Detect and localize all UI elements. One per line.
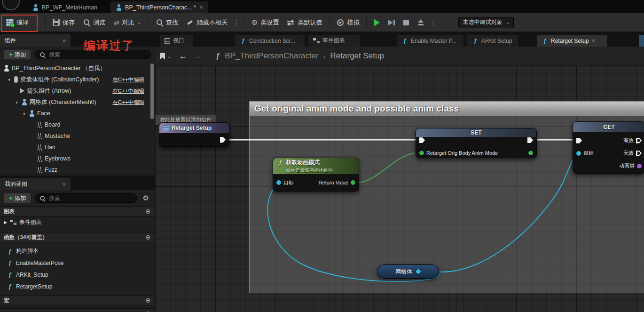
invalid-exec-out-pin[interactable] xyxy=(636,151,642,156)
app-logo-icon xyxy=(2,0,20,10)
tree-row[interactable]: ▾ Face xyxy=(0,108,155,119)
value-in-pin[interactable] xyxy=(419,151,424,155)
tab-event-graph[interactable]: 事件图表 xyxy=(308,35,360,47)
save-button[interactable]: 保存 xyxy=(48,15,79,30)
edit-in-cpp-link[interactable]: 在C++中编辑 xyxy=(112,88,144,95)
section-variables-partial[interactable]: ⊕ xyxy=(0,308,155,312)
compile-button[interactable]: 编译 xyxy=(2,15,33,30)
tree-row[interactable]: Fuzz xyxy=(0,164,155,176)
blueprint-filter-gear-icon[interactable]: ⚙ xyxy=(141,194,151,202)
edit-in-cpp-link[interactable]: 在C++中编辑 xyxy=(112,76,144,83)
class-settings-button[interactable]: ⚙ 类设置 xyxy=(247,15,283,30)
expander-icon[interactable]: ▾ xyxy=(14,100,19,105)
hide-unrelated-button[interactable]: 隐藏不相关 xyxy=(182,15,232,30)
add-component-button[interactable]: + 添加 xyxy=(4,49,31,60)
graph-canvas[interactable]: Get original anim mode and possible anim… xyxy=(155,66,644,312)
tab-enable-master-pose[interactable]: ƒ Enable Master P... xyxy=(397,35,463,47)
exec-out-pin[interactable] xyxy=(527,137,533,143)
close-icon[interactable]: × xyxy=(62,181,66,188)
event-graph-item[interactable]: 事件图表 xyxy=(0,216,155,228)
tree-row[interactable]: ▾ 胶囊体组件 (CollisionCylinder) 在C++中编辑 xyxy=(0,74,155,85)
add-macro-icon[interactable]: ⊕ xyxy=(145,296,151,304)
play-button[interactable] xyxy=(369,15,384,30)
target-pin[interactable] xyxy=(276,180,281,185)
tree-row[interactable]: 箭头组件 (Arrow) 在C++中编辑 xyxy=(0,85,155,96)
bookmark-icon[interactable] xyxy=(160,53,165,60)
tab-construction-script[interactable]: ƒ Construction Scr... xyxy=(235,35,305,47)
expander-icon[interactable]: ▾ xyxy=(22,111,27,116)
tree-row[interactable]: Mustache xyxy=(0,130,155,142)
node-retarget-setup-entry[interactable]: Retarget Setup xyxy=(159,122,229,147)
asset-tab-bp-wf-metahuman[interactable]: BP_WF_MetaHuman xyxy=(27,1,103,13)
tree-row[interactable]: Eyebrows xyxy=(0,153,155,164)
expander-icon[interactable] xyxy=(4,221,7,224)
close-icon[interactable]: × xyxy=(592,37,596,44)
tab-components[interactable]: 组件 × xyxy=(0,34,71,47)
components-scrollbar[interactable] xyxy=(150,64,154,119)
return-value-pin[interactable] xyxy=(351,180,355,185)
components-tabstrip: 组件 × xyxy=(0,32,155,47)
comment-title[interactable]: Get original anim mode and possible anim… xyxy=(250,102,644,116)
tree-row[interactable]: Hair xyxy=(0,142,155,153)
exec-out-pin[interactable] xyxy=(220,137,226,143)
edit-in-cpp-link[interactable]: 在C++中编辑 xyxy=(112,99,144,106)
add-graph-icon[interactable]: ⊕ xyxy=(145,208,151,215)
section-functions[interactable]: 函数（34可覆盖） ⊕ xyxy=(0,232,155,242)
exec-in-pin[interactable] xyxy=(576,138,582,144)
tree-row[interactable]: ▾ 网格体 (CharacterMesh0) 在C++中编辑 xyxy=(0,96,155,108)
tab-retarget-setup[interactable]: ƒ Retarget Setup × xyxy=(537,35,607,47)
compile-options-icon[interactable]: ⋮ xyxy=(33,19,42,26)
exec-in-pin[interactable] xyxy=(419,137,425,143)
mesh-out-pin[interactable] xyxy=(416,269,421,274)
components-search-input[interactable] xyxy=(49,51,147,58)
section-macros[interactable]: 宏 ⊕ xyxy=(0,295,155,305)
asset-tab-label: BP_WF_MetaHuman xyxy=(42,4,97,11)
asset-tab-bp-thirdpersoncharacter[interactable]: BP_ThirdPersonCharac... * × xyxy=(110,1,208,13)
tab-arkit-setup[interactable]: ƒ ARKit Setup xyxy=(467,35,518,47)
function-item-construction-script[interactable]: ƒ 构造脚本 xyxy=(0,245,155,257)
tab-viewport[interactable]: 视口 xyxy=(160,35,193,47)
find-button[interactable]: 查找 xyxy=(152,15,182,30)
valid-exec-out-pin[interactable] xyxy=(636,138,642,144)
simulate-button[interactable]: 模拟 xyxy=(332,15,363,30)
tab-overflow-indicator[interactable] xyxy=(639,35,644,47)
add-variable-icon[interactable]: ⊕ xyxy=(145,310,151,312)
stop-button[interactable] xyxy=(399,15,413,30)
my-blueprint-search-input[interactable] xyxy=(49,195,133,201)
browse-button[interactable]: 浏览 xyxy=(79,15,110,30)
tab-my-blueprint[interactable]: 我的蓝图 × xyxy=(0,178,71,190)
close-icon[interactable]: × xyxy=(62,37,66,44)
tree-row[interactable]: BP_ThirdPersonCharacter （自我） xyxy=(0,63,155,74)
chevron-down-icon: ⌄ xyxy=(505,19,510,25)
frame-skip-button[interactable] xyxy=(384,15,399,30)
eject-button[interactable] xyxy=(413,15,428,30)
add-function-icon[interactable]: ⊕ xyxy=(145,233,151,241)
expander-icon[interactable]: ▾ xyxy=(7,77,12,82)
add-blueprint-item-button[interactable]: + 添加 xyxy=(4,193,31,203)
section-graphs[interactable]: 图表 ⊕ xyxy=(0,206,155,216)
function-item-enablemasterpose[interactable]: ƒ EnableMasterPose xyxy=(0,257,155,269)
value-out-pin[interactable] xyxy=(528,151,533,155)
arrow-component-icon xyxy=(20,88,24,94)
anim-class-pin[interactable] xyxy=(637,164,642,168)
function-item-arkit-setup[interactable]: ƒ ARKit_Setup xyxy=(0,269,155,280)
class-defaults-button[interactable]: 类默认值 xyxy=(283,15,326,30)
node-mesh-variable[interactable]: 网格体 xyxy=(377,264,439,279)
function-item-retargetsetup[interactable]: ƒ RetargetSetup xyxy=(0,280,155,292)
debug-object-dropdown[interactable]: 未选中调试对象 ⌄ xyxy=(458,17,514,28)
breadcrumb-root[interactable]: BP_ThirdPersonCharacter xyxy=(225,51,318,61)
target-pin[interactable] xyxy=(576,151,581,156)
tree-row[interactable]: Beard xyxy=(0,119,155,130)
diff-button[interactable]: ⇄ 对比 ⌄ xyxy=(110,15,146,30)
chevron-down-icon[interactable]: ⌄ xyxy=(167,53,171,59)
node-set-retarget-orig-body-anim-mode[interactable]: SET Retarget Orig Body Anim Mode xyxy=(416,128,537,158)
hide-unrelated-options-icon[interactable]: ⋮ xyxy=(232,19,241,26)
blueprint-class-icon xyxy=(33,4,39,11)
play-options-icon[interactable]: ⋮ xyxy=(428,19,438,26)
close-icon[interactable]: × xyxy=(199,4,203,11)
nav-back-icon[interactable]: ← xyxy=(179,51,187,61)
node-get-animation-mode[interactable]: ƒ 获取动画模式 目标是骨骼网格体组件 目标 Return Value xyxy=(273,158,359,192)
components-search[interactable] xyxy=(35,50,151,59)
my-blueprint-search[interactable] xyxy=(35,193,137,203)
node-get-anim-class[interactable]: GET 有效 目标 无效 xyxy=(573,121,644,174)
